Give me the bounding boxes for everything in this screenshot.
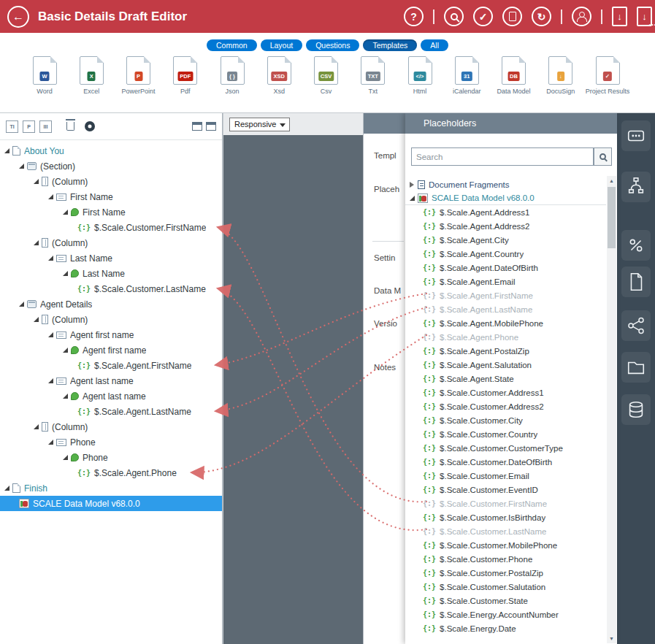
expander-icon[interactable] <box>63 348 68 353</box>
back-button[interactable]: ← <box>7 6 29 28</box>
placeholder-row[interactable]: $.Scale.Customer.Country <box>405 427 606 441</box>
tree-row[interactable]: $.Scale.Customer.FirstName <box>0 220 222 235</box>
placeholder-row[interactable]: $.Scale.Customer.EventID <box>405 483 606 497</box>
expander-icon[interactable] <box>34 317 39 322</box>
help-button[interactable]: ? <box>404 7 424 26</box>
tree-row[interactable]: Agent last name <box>0 388 222 404</box>
delete-icon[interactable] <box>66 122 74 131</box>
placeholder-row[interactable]: $.Scale.Agent.Salutation <box>405 358 606 372</box>
zoom-button[interactable] <box>444 7 464 26</box>
placeholder-row[interactable]: $.Scale.Customer.FirstName <box>405 497 606 510</box>
placeholder-row[interactable]: $.Scale.Agent.MobilePhone <box>405 316 606 330</box>
expander-icon[interactable] <box>4 148 9 153</box>
placeholder-row[interactable]: $.Scale.Customer.Email <box>405 469 606 483</box>
format-data-model-button[interactable]: DBData Model <box>491 56 537 95</box>
document-tool-button[interactable] <box>621 267 651 297</box>
format-json-button[interactable]: { }Json <box>210 56 255 95</box>
placeholder-row[interactable]: $.Scale.Customer.Address1 <box>405 386 606 399</box>
placeholder-row[interactable]: $.Scale.Customer.City <box>405 413 606 427</box>
tree-row[interactable]: Agent Details <box>0 296 222 312</box>
paragraph-element-icon[interactable]: P <box>23 120 35 133</box>
tree-row[interactable]: (Column) <box>0 419 222 434</box>
tab-layout[interactable]: Layout <box>261 39 303 51</box>
expander-icon[interactable] <box>48 194 53 199</box>
format-xsd-button[interactable]: XSDXsd <box>256 56 302 95</box>
expander-icon[interactable] <box>63 394 68 399</box>
placeholder-row[interactable]: SCALE Data Model v68.0.0 <box>405 191 606 205</box>
format-html-button[interactable]: </>Html <box>397 56 443 95</box>
user-button[interactable] <box>572 7 591 26</box>
tree-row[interactable]: Phone <box>0 434 222 450</box>
placeholder-row[interactable]: $.Scale.Agent.City <box>405 233 606 247</box>
tree-row[interactable]: $.Scale.Agent.FirstName <box>0 358 222 373</box>
scrollbar[interactable]: ▲ ▼ <box>607 176 616 643</box>
placeholder-row[interactable]: $.Scale.Customer.DateOfBirth <box>405 455 606 469</box>
expander-icon[interactable] <box>34 240 39 245</box>
placeholder-row[interactable]: $.Scale.Energy.Date <box>405 621 606 635</box>
placeholder-row[interactable]: $.Scale.Agent.State <box>405 372 606 386</box>
tree-row[interactable]: Agent last name <box>0 373 222 388</box>
tree-row[interactable]: First Name <box>0 189 222 204</box>
folder-button[interactable] <box>621 352 651 383</box>
tree-row[interactable]: Phone <box>0 450 222 465</box>
tree-row[interactable]: (Column) <box>0 235 222 250</box>
tree-row[interactable]: (Section) <box>0 158 222 174</box>
placeholder-row[interactable]: $.Scale.Energy.AccountNumber <box>405 607 606 621</box>
validate-button[interactable]: ✓ <box>473 7 493 26</box>
tree-row[interactable]: $.Scale.Agent.LastName <box>0 404 222 419</box>
format-csv-button[interactable]: CSVCsv <box>304 56 349 95</box>
tab-templates[interactable]: Templates <box>363 39 417 51</box>
calculation-button[interactable] <box>621 230 651 261</box>
placeholder-row[interactable]: $.Scale.Customer.Salutation <box>405 580 606 594</box>
format-txt-button[interactable]: TXTTxt <box>351 56 396 95</box>
viewport-select[interactable]: Responsive <box>229 118 290 131</box>
tab-common[interactable]: Common <box>207 39 257 51</box>
tab-all[interactable]: All <box>421 39 448 51</box>
placeholder-row[interactable]: $.Scale.Customer.LastName <box>405 524 606 538</box>
expander-icon[interactable] <box>63 271 68 276</box>
tree-row[interactable]: (Column) <box>0 174 222 189</box>
placeholder-row[interactable]: $.Scale.Agent.Phone <box>405 330 606 344</box>
expander-icon[interactable] <box>48 440 53 445</box>
export-document-button[interactable]: ↓… <box>637 7 652 26</box>
expander-icon[interactable] <box>48 378 53 383</box>
placeholder-row[interactable]: $.Scale.Agent.LastName <box>405 302 606 316</box>
refresh-button[interactable]: ↻ <box>532 7 551 26</box>
placeholder-row[interactable]: $.Scale.Agent.Email <box>405 275 606 288</box>
placeholder-row[interactable]: $.Scale.Customer.PostalZip <box>405 566 606 580</box>
comments-button[interactable] <box>621 120 651 151</box>
expander-icon[interactable] <box>48 332 53 337</box>
expander-icon[interactable] <box>48 256 53 261</box>
search-button[interactable] <box>594 147 612 166</box>
tree-row[interactable]: First Name <box>0 204 222 220</box>
format-pdf-button[interactable]: PDFPdf <box>163 56 208 95</box>
placeholder-row[interactable]: $.Scale.Customer.MobilePhone <box>405 538 606 552</box>
placeholder-row[interactable]: Document Fragments <box>405 177 606 191</box>
scroll-up-button[interactable]: ▲ <box>607 176 616 185</box>
tree-row[interactable]: Last Name <box>0 266 222 281</box>
placeholder-row[interactable]: $.Scale.Customer.Address2 <box>405 399 606 413</box>
format-docusign-button[interactable]: ↓DocuSign <box>538 56 583 95</box>
text-element-icon[interactable]: TI <box>6 120 18 133</box>
share-button[interactable] <box>621 310 651 341</box>
placeholder-row[interactable]: $.Scale.Agent.Address1 <box>405 205 606 219</box>
placeholder-row[interactable]: $.Scale.Agent.Address2 <box>405 219 606 233</box>
format-excel-button[interactable]: XExcel <box>69 56 114 95</box>
placeholder-row[interactable]: $.Scale.Agent.PostalZip <box>405 344 606 358</box>
tree-row[interactable]: SCALE Data Model v68.0.0 <box>0 496 222 511</box>
record-icon[interactable] <box>85 121 95 131</box>
expander-icon[interactable] <box>4 486 9 491</box>
placeholder-row[interactable]: $.Scale.Customer.Phone <box>405 552 606 566</box>
new-panel-icon[interactable] <box>192 122 202 131</box>
tab-questions[interactable]: Questions <box>306 39 359 51</box>
expander-icon[interactable] <box>19 302 24 307</box>
tree-row[interactable]: (Column) <box>0 312 222 327</box>
placeholder-row[interactable]: $.Scale.Customer.CustomerType <box>405 441 606 455</box>
scroll-down-button[interactable]: ▼ <box>607 634 616 643</box>
tree-row[interactable]: $.Scale.Agent.Phone <box>0 465 222 480</box>
database-button[interactable] <box>621 394 651 425</box>
placeholder-row[interactable]: $.Scale.Agent.FirstName <box>405 288 606 302</box>
expander-icon[interactable] <box>19 164 24 169</box>
format-powerpoint-button[interactable]: PPowerPoint <box>116 56 161 95</box>
tree-row[interactable]: Agent first name <box>0 327 222 342</box>
